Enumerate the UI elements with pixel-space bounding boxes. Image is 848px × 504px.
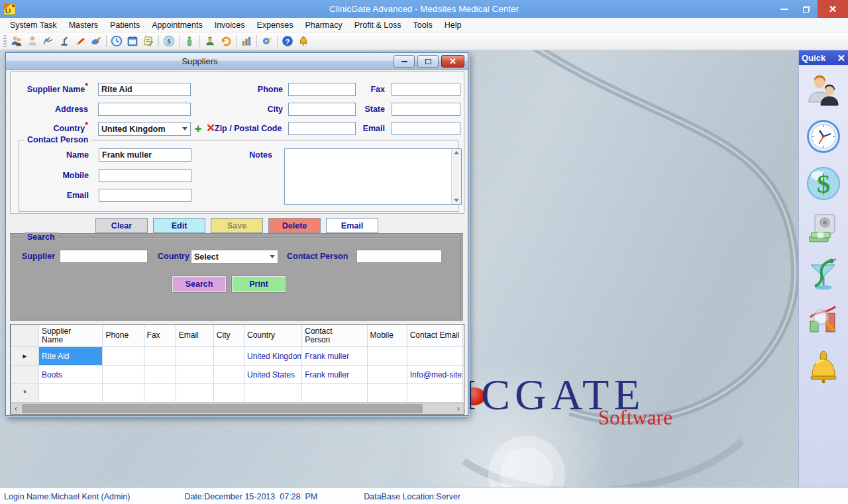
cell-mobile[interactable] [367,384,407,403]
cell-contact-email[interactable] [407,347,462,366]
cell-phone[interactable] [103,384,144,403]
quick-appointments-icon[interactable] [806,119,841,154]
scroll-up-icon[interactable] [454,151,459,154]
quick-pharmacy-icon[interactable] [806,257,841,293]
billing-icon[interactable]: $ [161,34,177,48]
cell-city[interactable] [213,366,244,384]
dialog-minimize-button[interactable] [394,55,415,68]
menu-help[interactable]: Help [439,19,468,31]
scroll-down-icon[interactable] [454,199,459,202]
search-button[interactable]: Search [172,276,226,292]
quick-reports-icon[interactable] [806,304,841,338]
paint-icon[interactable] [88,34,104,48]
cell-email[interactable] [176,366,213,384]
patient-icon[interactable] [25,34,40,48]
delete-button[interactable]: Delete [268,218,321,233]
menu-profit-loss[interactable]: Profit & Loss [348,19,407,31]
restore-button[interactable] [795,0,818,18]
col-mobile[interactable]: Mobile [367,325,407,347]
contact-name-input[interactable] [99,148,191,162]
cell-mobile[interactable] [367,347,407,366]
cell-country[interactable] [244,384,301,403]
stats-icon[interactable] [238,34,254,48]
cell-city[interactable] [213,384,244,403]
notes-textarea[interactable] [284,148,462,205]
col-supplier-name[interactable]: Supplier Name [39,325,103,347]
exam-icon[interactable] [56,34,72,48]
user-holiday-icon[interactable] [202,34,218,48]
patients-icon[interactable] [9,34,25,48]
minimize-button[interactable] [772,0,795,18]
quick-patients-icon[interactable] [806,73,841,107]
menu-tools[interactable]: Tools [407,19,439,31]
col-email[interactable]: Email [176,325,213,347]
supplier-name-input[interactable] [98,83,191,96]
cell-phone[interactable] [103,366,144,384]
calendar-icon[interactable] [125,34,140,48]
cell-mobile[interactable] [367,366,407,384]
menu-masters[interactable]: Masters [63,19,104,31]
medicine-icon[interactable] [182,34,197,48]
bell-icon[interactable] [295,34,311,48]
cell-supplier-name[interactable]: Rite Aid [39,347,103,366]
cell-phone[interactable] [103,347,144,366]
menu-expenses[interactable]: Expenses [251,19,299,31]
quick-close-icon[interactable]: ✕ [837,53,845,63]
cell-contact-email[interactable] [407,384,462,403]
quick-cash-icon[interactable] [807,213,840,246]
cell-city[interactable] [213,347,244,366]
clear-button[interactable]: Clear [95,218,148,233]
cell-supplier-name[interactable]: Boots [39,366,103,384]
undo-icon[interactable] [218,34,234,48]
cell-contact-person[interactable] [302,384,367,403]
cell-contact-person[interactable]: Frank muller [302,347,367,366]
cell-fax[interactable] [144,347,176,366]
cell-fax[interactable] [144,366,176,384]
edit-button[interactable]: Edit [153,218,205,233]
state-input[interactable] [392,103,460,116]
contact-mobile-input[interactable] [99,169,191,182]
cell-email[interactable] [176,384,213,403]
address-input[interactable] [98,103,191,116]
col-city[interactable]: City [213,325,244,347]
col-contact-person[interactable]: Contact Person [302,325,367,347]
search-country-select[interactable]: Select [191,250,278,264]
col-fax[interactable]: Fax [144,325,176,347]
help-icon[interactable]: ? [280,34,295,48]
cell-contact-email[interactable]: Info@med-sites.c [407,366,462,384]
row-marker[interactable] [11,366,39,384]
cell-supplier-name[interactable] [39,384,103,403]
menu-appointments[interactable]: Appointments [146,19,208,31]
save-button[interactable]: Save [211,218,263,233]
signature-icon[interactable] [40,34,56,48]
col-country[interactable]: Country [244,325,301,347]
menu-pharmacy[interactable]: Pharmacy [299,19,348,31]
cell-fax[interactable] [144,384,176,403]
search-supplier-input[interactable] [60,250,148,263]
cell-country[interactable]: United Kingdom [244,347,301,366]
scroll-left-icon[interactable]: ‹ [11,403,21,414]
fax-input[interactable] [392,83,460,96]
clock-icon[interactable] [109,34,125,48]
scroll-right-icon[interactable]: › [453,403,464,414]
col-phone[interactable]: Phone [103,325,144,347]
pen-icon[interactable] [72,34,88,48]
email-input[interactable] [392,122,460,135]
notes-icon[interactable] [140,34,156,48]
new-row-marker[interactable]: * [11,384,39,403]
menu-invoices[interactable]: Invoices [209,19,251,31]
email-button[interactable]: Email [326,218,378,233]
menu-system-task[interactable]: System Task [4,19,63,31]
row-marker[interactable]: ► [11,347,39,366]
cell-email[interactable] [176,347,213,366]
contact-email-input[interactable] [99,189,191,202]
close-button[interactable]: ✕ [818,0,848,18]
print-button[interactable]: Print [232,276,286,292]
search-contact-input[interactable] [356,250,442,263]
country-select[interactable]: United Kingdom [98,122,191,136]
horizontal-scrollbar[interactable]: ‹ › [11,403,464,414]
menu-patients[interactable]: Patients [104,19,146,31]
cell-contact-person[interactable]: Frank muller [302,366,367,384]
cell-country[interactable]: United States [244,366,301,384]
notes-scrollbar[interactable] [451,149,461,204]
